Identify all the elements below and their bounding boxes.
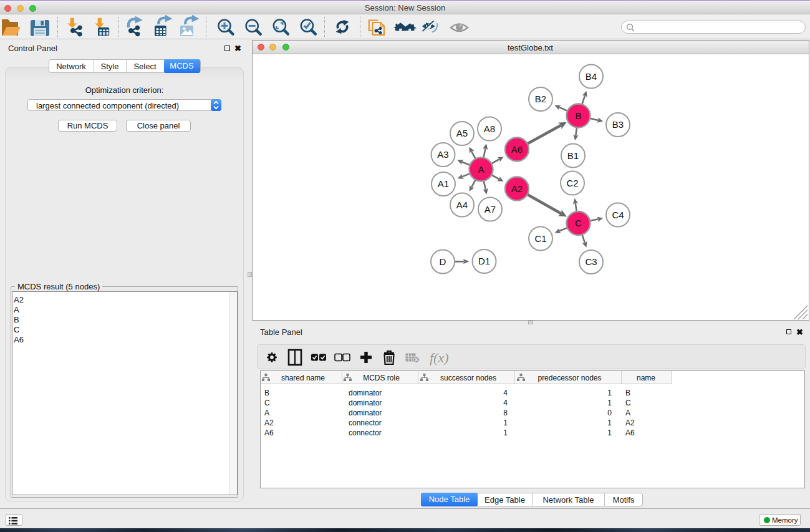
svg-text:A2: A2 [511,183,522,194]
svg-text:f(x): f(x) [430,350,449,365]
svg-text:C2: C2 [566,178,578,188]
svg-text:A4: A4 [456,200,467,210]
svg-text:A3: A3 [437,149,448,160]
svg-text:D: D [439,256,446,267]
svg-text:B2: B2 [534,94,546,104]
svg-text:B4: B4 [585,71,596,82]
svg-text:B: B [575,110,581,121]
svg-text:B3: B3 [612,119,623,130]
svg-text:D1: D1 [478,256,489,266]
svg-text:C3: C3 [585,256,597,267]
svg-text:A6: A6 [511,144,522,155]
svg-text:A8: A8 [483,123,494,134]
svg-text:A: A [478,164,484,175]
svg-text:C1: C1 [534,233,546,244]
svg-text:A1: A1 [437,178,448,189]
svg-text:B1: B1 [567,150,578,161]
svg-text:A5: A5 [456,128,467,138]
svg-text:C4: C4 [612,210,624,220]
svg-text:A7: A7 [484,204,495,215]
svg-text:C: C [575,218,582,228]
